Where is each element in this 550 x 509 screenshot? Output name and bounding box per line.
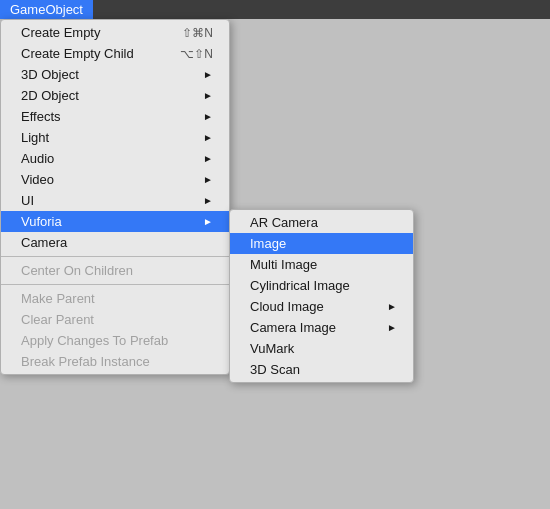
submenu-item-label: Image xyxy=(250,236,286,251)
vuforia-submenu: AR Camera Image Multi Image Cylindrical … xyxy=(229,209,414,383)
menu-item-create-empty[interactable]: Create Empty ⇧⌘N xyxy=(1,22,229,43)
menu-item-label: Create Empty xyxy=(21,25,100,40)
menu-item-audio[interactable]: Audio ► xyxy=(1,148,229,169)
submenu-item-label: AR Camera xyxy=(250,215,318,230)
submenu-arrow-icon: ► xyxy=(203,195,213,206)
submenu-arrow-icon: ► xyxy=(203,90,213,101)
submenu-arrow-icon: ► xyxy=(203,132,213,143)
submenu-arrow-icon: ► xyxy=(203,216,213,227)
menu-separator xyxy=(1,284,229,285)
menu-item-label: Video xyxy=(21,172,54,187)
menu-item-label: Vuforia xyxy=(21,214,62,229)
submenu-item-label: Cloud Image xyxy=(250,299,324,314)
menu-item-label: Create Empty Child xyxy=(21,46,134,61)
submenu-item-label: Cylindrical Image xyxy=(250,278,350,293)
menu-item-label: Break Prefab Instance xyxy=(21,354,150,369)
submenu-item-cylindrical-image[interactable]: Cylindrical Image xyxy=(230,275,413,296)
submenu-item-multi-image[interactable]: Multi Image xyxy=(230,254,413,275)
menu-item-label: Make Parent xyxy=(21,291,95,306)
menu-item-label: Camera xyxy=(21,235,67,250)
submenu-item-label: VuMark xyxy=(250,341,294,356)
submenu-arrow-icon: ► xyxy=(387,322,397,333)
menu-container: Create Empty ⇧⌘N Create Empty Child ⌥⇧N … xyxy=(0,19,230,375)
menu-item-label: 2D Object xyxy=(21,88,79,103)
submenu-item-label: Multi Image xyxy=(250,257,317,272)
menu-item-break-prefab: Break Prefab Instance xyxy=(1,351,229,372)
menu-item-apply-changes: Apply Changes To Prefab xyxy=(1,330,229,351)
submenu-item-ar-camera[interactable]: AR Camera xyxy=(230,212,413,233)
menu-item-light[interactable]: Light ► xyxy=(1,127,229,148)
menu-item-label: Light xyxy=(21,130,49,145)
submenu-item-camera-image[interactable]: Camera Image ► xyxy=(230,317,413,338)
menu-item-3d-object[interactable]: 3D Object ► xyxy=(1,64,229,85)
submenu-arrow-icon: ► xyxy=(203,153,213,164)
menu-item-center-on-children: Center On Children xyxy=(1,260,229,281)
menu-item-video[interactable]: Video ► xyxy=(1,169,229,190)
submenu-item-vumark[interactable]: VuMark xyxy=(230,338,413,359)
menu-item-effects[interactable]: Effects ► xyxy=(1,106,229,127)
menu-item-label: Apply Changes To Prefab xyxy=(21,333,168,348)
gameobject-menu-title[interactable]: GameObject xyxy=(0,0,93,19)
menu-separator xyxy=(1,256,229,257)
submenu-arrow-icon: ► xyxy=(387,301,397,312)
menu-item-2d-object[interactable]: 2D Object ► xyxy=(1,85,229,106)
menu-item-label: Audio xyxy=(21,151,54,166)
menu-item-make-parent: Make Parent xyxy=(1,288,229,309)
submenu-arrow-icon: ► xyxy=(203,111,213,122)
submenu-item-3d-scan[interactable]: 3D Scan xyxy=(230,359,413,380)
submenu-item-label: 3D Scan xyxy=(250,362,300,377)
submenu-item-cloud-image[interactable]: Cloud Image ► xyxy=(230,296,413,317)
menu-bar-area: GameObject xyxy=(0,0,550,19)
menu-item-clear-parent: Clear Parent xyxy=(1,309,229,330)
menu-item-label: UI xyxy=(21,193,34,208)
menu-item-label: 3D Object xyxy=(21,67,79,82)
main-dropdown: Create Empty ⇧⌘N Create Empty Child ⌥⇧N … xyxy=(0,19,230,375)
submenu-item-image[interactable]: Image xyxy=(230,233,413,254)
submenu-item-label: Camera Image xyxy=(250,320,336,335)
menu-item-shortcut: ⇧⌘N xyxy=(182,26,213,40)
menu-item-vuforia[interactable]: Vuforia ► AR Camera Image Multi Image xyxy=(1,211,229,232)
menu-item-label: Effects xyxy=(21,109,61,124)
menu-item-camera[interactable]: Camera xyxy=(1,232,229,253)
menu-item-shortcut: ⌥⇧N xyxy=(180,47,213,61)
menu-item-label: Center On Children xyxy=(21,263,133,278)
menu-item-create-empty-child[interactable]: Create Empty Child ⌥⇧N xyxy=(1,43,229,64)
submenu-arrow-icon: ► xyxy=(203,69,213,80)
menu-item-ui[interactable]: UI ► xyxy=(1,190,229,211)
menu-item-label: Clear Parent xyxy=(21,312,94,327)
submenu-arrow-icon: ► xyxy=(203,174,213,185)
